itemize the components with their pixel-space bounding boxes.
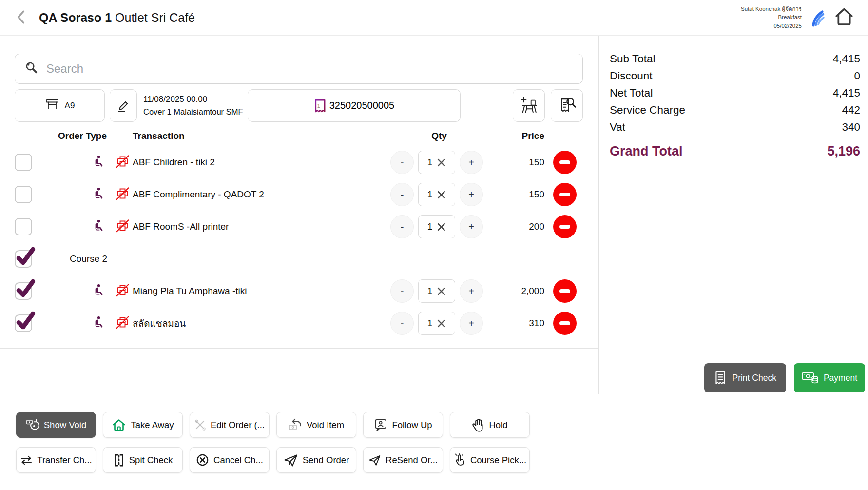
check-number-button[interactable]: 1 325020500005 (248, 89, 461, 122)
qty-clear-icon[interactable] (437, 287, 446, 296)
qty-clear-icon[interactable] (437, 222, 446, 232)
qty-increase-button[interactable]: + (460, 215, 483, 238)
home-icon (833, 21, 855, 29)
qty-box: 1 (418, 151, 455, 174)
take-away-button[interactable]: Take Away (103, 412, 183, 438)
qty-controls: -1+ (390, 151, 488, 174)
subtotal-label: Sub Total (610, 53, 655, 65)
grand-total-label: Grand Total (610, 144, 683, 159)
edit-order-button[interactable]: Edit Order (... (190, 412, 270, 438)
split-check-button[interactable]: Spit Check (103, 447, 183, 473)
check-badge: 1 (317, 103, 320, 109)
qty-increase-button[interactable]: + (460, 183, 483, 206)
item-name: Miang Pla Tu Amphawa -tiki (133, 286, 390, 296)
back-button[interactable] (14, 9, 28, 26)
table-select-button[interactable]: A9 (15, 89, 105, 122)
search-bar[interactable] (15, 54, 583, 84)
home-button[interactable] (833, 7, 855, 28)
qty-decrease-button[interactable]: - (390, 215, 414, 238)
qty-decrease-button[interactable]: - (390, 151, 414, 174)
qty-clear-icon[interactable] (437, 190, 446, 199)
discount-value: 0 (854, 70, 860, 82)
row-checkbox[interactable] (15, 314, 32, 332)
order-row: ABF Complimentary - QADOT 2-1+150 (0, 178, 598, 211)
qty-decrease-button[interactable]: - (390, 183, 414, 206)
qty-decrease-button[interactable]: - (390, 312, 414, 335)
dine-in-icon (94, 187, 106, 202)
header: QA Soraso 1 Outlet Sri Café Sutat Koonch… (0, 0, 868, 36)
remove-item-button[interactable] (553, 183, 577, 206)
course-pickup-button[interactable]: Course Pick... (450, 447, 530, 473)
row-checkbox[interactable] (15, 218, 32, 235)
resend-order-button[interactable]: ReSend Or... (363, 447, 443, 473)
qty-increase-button[interactable]: + (460, 279, 483, 303)
hold-button[interactable]: Hold (450, 412, 530, 438)
remove-item-button[interactable] (553, 215, 577, 238)
cancel-check-button[interactable]: Cancel Ch... (190, 447, 270, 473)
row-checkbox[interactable] (15, 154, 32, 171)
dine-in-icon (94, 316, 106, 331)
add-table-icon (519, 96, 539, 116)
course-label: Course 2 (32, 254, 583, 264)
edit-cover-button[interactable] (110, 89, 137, 122)
qty-value: 1 (427, 189, 433, 200)
print-check-button[interactable]: Print Check (704, 363, 786, 392)
qty-controls: -1+ (390, 279, 488, 303)
cancel-icon (196, 453, 209, 467)
order-type-icons (32, 155, 133, 170)
show-void-button[interactable]: Show Void (16, 412, 96, 438)
subtotal-value: 4,415 (833, 53, 860, 65)
remove-item-button[interactable] (553, 279, 577, 303)
header-transaction: Transaction (133, 131, 390, 141)
minus-icon (559, 321, 570, 325)
action-label: Cancel Ch... (213, 455, 263, 466)
remove-item-button[interactable] (553, 312, 577, 335)
action-label: Hold (489, 420, 507, 431)
qty-clear-icon[interactable] (437, 158, 446, 167)
item-name: ABF Complimentary - QADOT 2 (133, 189, 390, 200)
row-checkbox[interactable] (15, 186, 32, 203)
action-label: Transfer Ch... (37, 455, 92, 466)
transfer-check-button[interactable]: Transfer Ch... (16, 447, 96, 473)
outlet-name-rest: Outlet Sri Café (112, 11, 195, 24)
vat-label: Vat (610, 121, 625, 134)
minus-icon (559, 225, 570, 229)
cover-info: 11/08/2025 00:00 Cover 1 Malaisiamtour S… (143, 89, 243, 122)
discount-label: Discount (610, 70, 653, 82)
qty-increase-button[interactable]: + (460, 312, 483, 335)
table-icon (45, 98, 59, 113)
dine-in-icon (94, 219, 106, 234)
action-label: ReSend Or... (386, 455, 438, 466)
qty-decrease-button[interactable]: - (390, 279, 414, 303)
table-number: A9 (65, 101, 75, 111)
item-price: 150 (488, 189, 546, 200)
row-checkbox[interactable] (15, 282, 32, 300)
hold-hand-icon (472, 418, 484, 432)
nettotal-label: Net Total (610, 87, 653, 99)
course-pickup-icon (453, 453, 466, 467)
nettotal-value: 4,415 (833, 87, 860, 99)
item-name: สลัดแซลมอน (133, 316, 390, 331)
search-check-button[interactable] (551, 89, 583, 122)
remove-item-button[interactable] (553, 151, 577, 174)
order-type-icons (32, 284, 133, 299)
user-name: Sutat Koonchak ผู้จัดการ (741, 5, 802, 13)
send-order-button[interactable]: Send Order (276, 447, 356, 473)
search-input[interactable] (46, 62, 573, 76)
qty-increase-button[interactable]: + (460, 151, 483, 174)
row-checkbox[interactable] (15, 250, 32, 268)
order-row: Miang Pla Tu Amphawa -tiki-1+2,000 (0, 275, 598, 307)
qty-box: 1 (418, 215, 455, 238)
add-table-button[interactable] (513, 89, 545, 122)
payment-button[interactable]: Payment (794, 363, 865, 392)
search-icon (25, 61, 39, 77)
qty-box: 1 (418, 279, 455, 303)
no-print-icon (116, 284, 130, 299)
action-label: Take Away (131, 420, 174, 431)
action-label: Void Item (307, 420, 344, 431)
order-datetime: 11/08/2025 00:00 (143, 95, 243, 104)
follow-up-button[interactable]: Follow Up (363, 412, 443, 438)
pos-order-screen: QA Soraso 1 Outlet Sri Café Sutat Koonch… (0, 0, 868, 490)
void-item-button[interactable]: Void Item (276, 412, 356, 438)
qty-clear-icon[interactable] (437, 319, 446, 328)
